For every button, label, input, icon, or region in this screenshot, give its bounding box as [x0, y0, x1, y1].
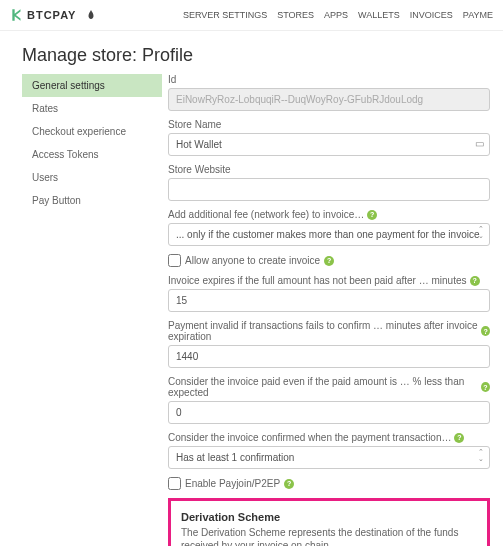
- page-title: Manage store: Profile: [0, 31, 503, 74]
- sidebar: General settings Rates Checkout experien…: [22, 74, 162, 546]
- sidebar-item-paybutton[interactable]: Pay Button: [22, 189, 162, 212]
- sidebar-item-checkout[interactable]: Checkout experience: [22, 120, 162, 143]
- allow-anyone-checkbox[interactable]: [168, 254, 181, 267]
- brand[interactable]: BTCPAY: [10, 8, 97, 22]
- sidebar-item-rates[interactable]: Rates: [22, 97, 162, 120]
- sidebar-item-tokens[interactable]: Access Tokens: [22, 143, 162, 166]
- allow-anyone-label: Allow anyone to create invoice: [185, 255, 320, 266]
- confirmed-select[interactable]: Has at least 1 confirmation: [168, 446, 490, 469]
- nav-stores[interactable]: STORES: [277, 10, 314, 20]
- paid-even-input[interactable]: [168, 401, 490, 424]
- sidebar-item-general[interactable]: General settings: [22, 74, 162, 97]
- paid-even-label: Consider the invoice paid even if the pa…: [168, 376, 478, 398]
- nav-wallets[interactable]: WALLETS: [358, 10, 400, 20]
- network-fee-select[interactable]: ... only if the customer makes more than…: [168, 223, 490, 246]
- brand-text: BTCPAY: [27, 9, 76, 21]
- derivation-title: Derivation Scheme: [181, 511, 477, 523]
- sidebar-item-users[interactable]: Users: [22, 166, 162, 189]
- expires-label: Invoice expires if the full amount has n…: [168, 275, 467, 286]
- nav-server-settings[interactable]: SERVER SETTINGS: [183, 10, 267, 20]
- help-icon[interactable]: ?: [481, 382, 490, 392]
- help-icon[interactable]: ?: [470, 276, 480, 286]
- store-name-label: Store Name: [168, 119, 490, 130]
- confirmed-label: Consider the invoice confirmed when the …: [168, 432, 451, 443]
- chain-icon: [85, 8, 97, 22]
- expires-input[interactable]: [168, 289, 490, 312]
- nav-invoices[interactable]: INVOICES: [410, 10, 453, 20]
- invalid-input[interactable]: [168, 345, 490, 368]
- btcpay-logo-icon: [10, 8, 24, 22]
- help-icon[interactable]: ?: [324, 256, 334, 266]
- help-icon[interactable]: ?: [481, 326, 490, 336]
- help-icon[interactable]: ?: [454, 433, 464, 443]
- network-fee-label: Add additional fee (network fee) to invo…: [168, 209, 364, 220]
- invalid-label: Payment invalid if transactions fails to…: [168, 320, 478, 342]
- id-input: [168, 88, 490, 111]
- derivation-scheme-box: Derivation Scheme The Derivation Scheme …: [168, 498, 490, 546]
- nav-payme[interactable]: PAYME: [463, 10, 493, 20]
- store-website-label: Store Website: [168, 164, 490, 175]
- store-website-input[interactable]: [168, 178, 490, 201]
- store-name-input[interactable]: [168, 133, 490, 156]
- help-icon[interactable]: ?: [284, 479, 294, 489]
- payjoin-label: Enable Payjoin/P2EP: [185, 478, 280, 489]
- help-icon[interactable]: ?: [367, 210, 377, 220]
- contact-icon: ▭: [475, 138, 484, 149]
- top-nav: SERVER SETTINGS STORES APPS WALLETS INVO…: [183, 10, 493, 20]
- derivation-desc: The Derivation Scheme represents the des…: [181, 526, 477, 546]
- payjoin-checkbox[interactable]: [168, 477, 181, 490]
- nav-apps[interactable]: APPS: [324, 10, 348, 20]
- id-label: Id: [168, 74, 490, 85]
